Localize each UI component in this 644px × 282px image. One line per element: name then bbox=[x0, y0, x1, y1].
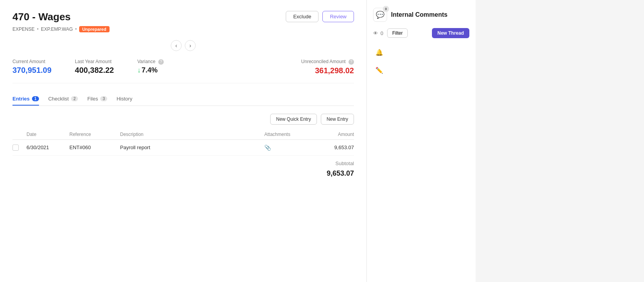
entries-table: Date Reference Description Attachments A… bbox=[12, 129, 354, 179]
col-reference-header: Reference bbox=[69, 132, 120, 137]
last-year-group: Last Year Amount 400,382.22 bbox=[75, 59, 114, 75]
new-thread-button[interactable]: New Thread bbox=[432, 28, 469, 38]
tab-checklist-label: Checklist bbox=[48, 96, 69, 102]
comments-badge: 0 bbox=[383, 6, 389, 12]
last-year-label: Last Year Amount bbox=[75, 59, 114, 64]
filter-button[interactable]: Filter bbox=[387, 28, 408, 38]
col-amount-header: Amount bbox=[307, 132, 354, 137]
current-amount-group: Current Amount 370,951.09 bbox=[12, 59, 51, 75]
unreconciled-group: Unreconciled Amount ? 361,298.02 bbox=[301, 59, 354, 75]
tab-entries-badge: 1 bbox=[32, 96, 39, 101]
left-panel: 470 - Wages EXPENSE • EXP.EMP.WAG • Unpr… bbox=[0, 0, 366, 282]
notifications-icon[interactable]: 🔔 bbox=[373, 46, 386, 58]
tab-files[interactable]: Files 3 bbox=[87, 93, 107, 106]
breadcrumb-account: EXP.EMP.WAG bbox=[41, 26, 73, 32]
main-content: 💬 0 Internal Comments 👁 0 Filter New Thr… bbox=[366, 0, 644, 282]
row-amount: 9,653.07 bbox=[307, 145, 354, 150]
breadcrumb-expense: EXPENSE bbox=[12, 26, 35, 32]
comments-left: 👁 0 Filter bbox=[373, 28, 408, 38]
next-arrow-button[interactable]: › bbox=[185, 40, 196, 51]
comments-bubble-icon: 💬 bbox=[376, 11, 384, 19]
tab-checklist-badge: 2 bbox=[71, 96, 78, 101]
variance-label: Variance ? bbox=[137, 59, 164, 65]
last-year-value: 400,382.22 bbox=[75, 66, 114, 75]
variance-arrow-icon: ↓ bbox=[137, 66, 141, 74]
right-panel: 💬 0 Internal Comments 👁 0 Filter New Thr… bbox=[366, 0, 476, 282]
subtotal-row: Subtotal bbox=[12, 156, 354, 168]
total-value: 9,653.07 bbox=[327, 169, 354, 178]
edit-icon[interactable]: ✏️ bbox=[373, 64, 386, 76]
tab-history-label: History bbox=[117, 96, 132, 102]
navigation-arrows: ‹ › bbox=[12, 40, 354, 51]
review-button[interactable]: Review bbox=[322, 11, 354, 22]
row-checkbox[interactable] bbox=[12, 145, 19, 151]
comments-title: Internal Comments bbox=[391, 11, 448, 18]
subtotal-label: Subtotal bbox=[335, 160, 354, 166]
side-icons: 🔔 ✏️ bbox=[373, 43, 469, 79]
breadcrumb-dot2: • bbox=[75, 26, 77, 32]
current-amount-label: Current Amount bbox=[12, 59, 51, 64]
tab-files-badge: 3 bbox=[100, 96, 107, 101]
breadcrumb: EXPENSE • EXP.EMP.WAG • Unprepared bbox=[12, 26, 354, 32]
comments-icon-wrap: 💬 0 bbox=[373, 8, 387, 22]
top-actions: Exclude Review bbox=[286, 11, 354, 22]
tabs: Entries 1 Checklist 2 Files 3 History bbox=[12, 93, 354, 106]
breadcrumb-dot1: • bbox=[37, 26, 39, 32]
count-value: 0 bbox=[380, 30, 383, 36]
tab-checklist[interactable]: Checklist 2 bbox=[48, 93, 78, 106]
col-attachments-header: Attachments bbox=[264, 132, 307, 137]
comments-header: 💬 0 Internal Comments bbox=[373, 8, 469, 22]
row-description: Payroll report bbox=[120, 145, 264, 150]
variance-value: ↓7.4% bbox=[137, 66, 164, 74]
unreconciled-help-icon: ? bbox=[349, 59, 354, 65]
new-entry-button[interactable]: New Entry bbox=[321, 114, 354, 125]
table-row: 6/30/2021 ENT#060 Payroll report 📎 9,653… bbox=[12, 140, 354, 156]
current-amount-value: 370,951.09 bbox=[12, 66, 51, 75]
total-row: 9,653.07 bbox=[12, 168, 354, 179]
row-attachment[interactable]: 📎 bbox=[264, 145, 307, 151]
comments-actions: 👁 0 Filter New Thread bbox=[373, 28, 469, 38]
tab-entries-label: Entries bbox=[12, 96, 30, 102]
row-checkbox-cell bbox=[12, 145, 27, 151]
count-icon: 👁 bbox=[373, 30, 378, 36]
variance-help-icon: ? bbox=[158, 59, 164, 65]
row-date: 6/30/2021 bbox=[27, 145, 69, 150]
table-header: Date Reference Description Attachments A… bbox=[12, 129, 354, 140]
metrics-row: Current Amount 370,951.09 Last Year Amou… bbox=[12, 59, 354, 83]
exclude-button[interactable]: Exclude bbox=[286, 11, 318, 22]
unreconciled-label: Unreconciled Amount ? bbox=[301, 59, 354, 65]
variance-group: Variance ? ↓7.4% bbox=[137, 59, 164, 75]
tab-history[interactable]: History bbox=[117, 93, 132, 106]
tab-files-label: Files bbox=[87, 96, 98, 102]
comment-count: 👁 0 bbox=[373, 30, 383, 36]
prev-arrow-button[interactable]: ‹ bbox=[171, 40, 182, 51]
new-quick-entry-button[interactable]: New Quick Entry bbox=[270, 114, 317, 125]
status-badge: Unprepared bbox=[79, 26, 110, 32]
col-description-header: Description bbox=[120, 132, 264, 137]
entries-toolbar: New Quick Entry New Entry bbox=[12, 114, 354, 125]
unreconciled-value: 361,298.02 bbox=[301, 66, 354, 75]
col-checkbox-header bbox=[12, 132, 27, 137]
col-date-header: Date bbox=[27, 132, 69, 137]
row-reference: ENT#060 bbox=[69, 145, 120, 150]
tab-entries[interactable]: Entries 1 bbox=[12, 93, 39, 106]
